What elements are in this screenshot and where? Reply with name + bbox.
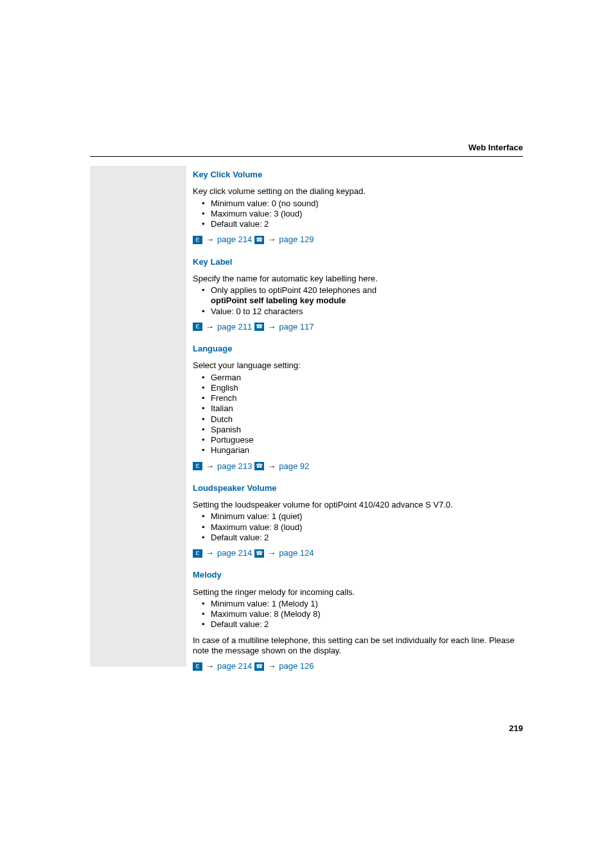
list-item: Default value: 2 <box>202 219 523 229</box>
list-item-text: Only applies to optiPoint 420 telephones… <box>211 285 377 295</box>
list-item: French <box>202 393 523 403</box>
list-item: Maximum value: 8 (Melody 8) <box>202 609 523 619</box>
section-intro: Select your language setting: <box>193 360 523 371</box>
section-title-language: Language <box>193 344 523 354</box>
page-link[interactable]: page 211 <box>217 322 252 332</box>
arrow-icon: → <box>206 661 214 671</box>
section-title-key-label: Key Label <box>193 257 523 267</box>
page-link[interactable]: page 213 <box>217 461 252 472</box>
arrow-icon: → <box>267 235 276 245</box>
arrow-icon: → <box>206 548 214 558</box>
list-item: German <box>202 373 523 383</box>
phone-icon: ☎ <box>254 323 264 331</box>
section-title-key-click-volume: Key Click Volume <box>193 170 523 180</box>
phone-icon: ☎ <box>254 236 264 244</box>
bullet-list: Minimum value: 0 (no sound) Maximum valu… <box>193 199 523 230</box>
web-icon: E <box>193 662 202 671</box>
page-link[interactable]: page 214 <box>217 661 252 671</box>
list-item: Spanish <box>202 425 523 435</box>
section-intro: Setting the loudspeaker volume for optiP… <box>193 500 523 510</box>
xref-row: E → page 214 ☎ → page 124 <box>193 548 523 558</box>
web-icon: E <box>193 462 202 470</box>
list-item: Italian <box>202 403 523 414</box>
page-header: Web Interface <box>90 143 523 157</box>
section-intro: Setting the ringer melody for incoming c… <box>193 587 523 598</box>
list-item: Minimum value: 1 (quiet) <box>202 511 523 522</box>
arrow-icon: → <box>267 661 276 671</box>
web-icon: E <box>193 323 202 331</box>
list-item: Hungarian <box>202 445 523 456</box>
page-link[interactable]: page 117 <box>279 322 314 332</box>
phone-icon: ☎ <box>254 662 264 671</box>
left-sidebar <box>90 166 186 667</box>
list-item: Maximum value: 3 (loud) <box>202 209 523 219</box>
list-item: Value: 0 to 12 characters <box>202 306 523 317</box>
header-title: Web Interface <box>90 143 523 157</box>
list-item: Minimum value: 0 (no sound) <box>202 199 523 209</box>
list-item: Minimum value: 1 (Melody 1) <box>202 599 523 609</box>
section-intro: Key click volume setting on the dialing … <box>193 186 523 197</box>
page-link[interactable]: page 126 <box>279 661 314 671</box>
section-title-melody: Melody <box>193 570 523 580</box>
arrow-icon: → <box>206 461 214 472</box>
list-item: Maximum value: 8 (loud) <box>202 522 523 533</box>
list-item: Dutch <box>202 414 523 425</box>
arrow-icon: → <box>267 461 276 472</box>
section-intro: Specify the name for automatic key label… <box>193 274 523 284</box>
section-title-loudspeaker-volume: Loudspeaker Volume <box>193 483 523 493</box>
page-number: 219 <box>509 723 523 733</box>
web-icon: E <box>193 236 202 244</box>
page-link[interactable]: page 124 <box>279 548 314 558</box>
xref-row: E → page 213 ☎ → page 92 <box>193 461 523 472</box>
web-icon: E <box>193 549 202 558</box>
bullet-list: Only applies to optiPoint 420 telephones… <box>193 285 523 317</box>
page-link[interactable]: page 129 <box>279 235 314 245</box>
list-item: Only applies to optiPoint 420 telephones… <box>202 285 523 306</box>
main-content: Key Click Volume Key click volume settin… <box>193 166 523 673</box>
page-link[interactable]: page 92 <box>279 461 309 472</box>
list-item: Portuguese <box>202 435 523 445</box>
arrow-icon: → <box>267 322 276 332</box>
xref-row: E → page 214 ☎ → page 129 <box>193 235 523 245</box>
section-extra-para: In case of a multiline telephone, this s… <box>193 635 523 657</box>
bullet-list: Minimum value: 1 (Melody 1) Maximum valu… <box>193 599 523 630</box>
phone-icon: ☎ <box>254 549 264 558</box>
arrow-icon: → <box>206 235 214 245</box>
arrow-icon: → <box>267 548 276 558</box>
xref-row: E → page 214 ☎ → page 126 <box>193 661 523 671</box>
page-link[interactable]: page 214 <box>217 548 252 558</box>
arrow-icon: → <box>206 322 214 332</box>
page-link[interactable]: page 214 <box>217 235 252 245</box>
list-item: Default value: 2 <box>202 533 523 543</box>
list-item: Default value: 2 <box>202 619 523 630</box>
list-item-bold: optiPoint self labeling key module <box>211 296 346 305</box>
bullet-list: German English French Italian Dutch Span… <box>193 373 523 456</box>
xref-row: E → page 211 ☎ → page 117 <box>193 322 523 332</box>
list-item: English <box>202 383 523 393</box>
bullet-list: Minimum value: 1 (quiet) Maximum value: … <box>193 511 523 543</box>
phone-icon: ☎ <box>254 462 264 470</box>
